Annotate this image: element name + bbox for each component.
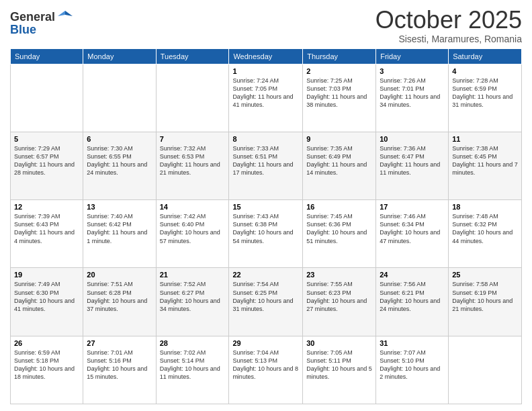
day-info: Sunrise: 7:48 AM Sunset: 6:32 PM Dayligh…	[452, 212, 518, 245]
day-number: 3	[380, 67, 445, 75]
day-info: Sunrise: 7:45 AM Sunset: 6:36 PM Dayligh…	[306, 212, 372, 245]
day-number: 4	[452, 67, 518, 75]
day-number: 1	[232, 67, 299, 75]
calendar-cell: 20Sunrise: 7:51 AM Sunset: 6:28 PM Dayli…	[83, 268, 156, 336]
day-number: 9	[306, 135, 372, 143]
day-number: 11	[452, 135, 518, 143]
svg-marker-1	[58, 11, 65, 16]
calendar-week-row: 12Sunrise: 7:39 AM Sunset: 6:43 PM Dayli…	[11, 200, 522, 268]
col-friday: Friday	[376, 48, 449, 64]
calendar-cell	[156, 64, 229, 132]
calendar-cell: 3Sunrise: 7:26 AM Sunset: 7:01 PM Daylig…	[376, 64, 449, 132]
calendar-cell: 22Sunrise: 7:54 AM Sunset: 6:25 PM Dayli…	[229, 268, 303, 336]
title-block: October 2025 Sisesti, Maramures, Romania	[375, 7, 522, 44]
day-info: Sunrise: 7:24 AM Sunset: 7:05 PM Dayligh…	[232, 77, 299, 109]
day-number: 18	[452, 203, 518, 211]
svg-marker-0	[65, 11, 73, 16]
calendar-cell: 1Sunrise: 7:24 AM Sunset: 7:05 PM Daylig…	[229, 64, 303, 132]
day-info: Sunrise: 7:25 AM Sunset: 7:03 PM Dayligh…	[306, 77, 372, 109]
calendar-cell: 6Sunrise: 7:30 AM Sunset: 6:55 PM Daylig…	[83, 132, 156, 199]
day-number: 5	[14, 135, 79, 143]
day-info: Sunrise: 7:36 AM Sunset: 6:47 PM Dayligh…	[380, 144, 445, 177]
header: General Blue October 2025 Sisesti, Maram…	[10, 7, 522, 44]
day-number: 15	[232, 203, 299, 211]
day-number: 30	[306, 339, 372, 347]
day-info: Sunrise: 7:33 AM Sunset: 6:51 PM Dayligh…	[232, 144, 299, 177]
logo-text: General Blue	[10, 9, 73, 37]
day-number: 28	[160, 339, 226, 347]
day-info: Sunrise: 7:32 AM Sunset: 6:53 PM Dayligh…	[160, 144, 226, 177]
day-number: 27	[87, 339, 152, 347]
day-number: 23	[306, 271, 372, 279]
day-number: 13	[87, 203, 152, 211]
calendar-cell: 26Sunrise: 6:59 AM Sunset: 5:18 PM Dayli…	[11, 336, 83, 404]
day-info: Sunrise: 7:02 AM Sunset: 5:14 PM Dayligh…	[160, 349, 226, 381]
calendar-week-row: 1Sunrise: 7:24 AM Sunset: 7:05 PM Daylig…	[11, 64, 522, 132]
calendar-cell: 28Sunrise: 7:02 AM Sunset: 5:14 PM Dayli…	[156, 336, 229, 404]
day-info: Sunrise: 6:59 AM Sunset: 5:18 PM Dayligh…	[14, 349, 79, 381]
day-info: Sunrise: 7:49 AM Sunset: 6:30 PM Dayligh…	[14, 280, 79, 313]
calendar-cell: 24Sunrise: 7:56 AM Sunset: 6:21 PM Dayli…	[376, 268, 449, 336]
day-number: 17	[380, 203, 445, 211]
calendar-cell: 23Sunrise: 7:55 AM Sunset: 6:23 PM Dayli…	[303, 268, 376, 336]
day-info: Sunrise: 7:43 AM Sunset: 6:38 PM Dayligh…	[232, 212, 299, 245]
calendar-cell: 5Sunrise: 7:29 AM Sunset: 6:57 PM Daylig…	[11, 132, 83, 199]
day-number: 7	[160, 135, 226, 143]
calendar-cell: 8Sunrise: 7:33 AM Sunset: 6:51 PM Daylig…	[229, 132, 303, 199]
day-info: Sunrise: 7:39 AM Sunset: 6:43 PM Dayligh…	[14, 212, 79, 245]
calendar-week-row: 26Sunrise: 6:59 AM Sunset: 5:18 PM Dayli…	[11, 336, 522, 404]
day-info: Sunrise: 7:01 AM Sunset: 5:16 PM Dayligh…	[87, 349, 152, 381]
day-info: Sunrise: 7:56 AM Sunset: 6:21 PM Dayligh…	[380, 280, 445, 313]
day-info: Sunrise: 7:05 AM Sunset: 5:11 PM Dayligh…	[306, 349, 372, 381]
day-info: Sunrise: 7:46 AM Sunset: 6:34 PM Dayligh…	[380, 212, 445, 245]
day-info: Sunrise: 7:35 AM Sunset: 6:49 PM Dayligh…	[306, 144, 372, 177]
calendar-cell	[449, 336, 522, 404]
day-number: 19	[14, 271, 79, 279]
col-sunday: Sunday	[11, 48, 83, 64]
day-info: Sunrise: 7:26 AM Sunset: 7:01 PM Dayligh…	[380, 77, 445, 109]
col-monday: Monday	[83, 48, 156, 64]
month-title: October 2025	[375, 7, 522, 34]
day-info: Sunrise: 7:54 AM Sunset: 6:25 PM Dayligh…	[232, 280, 299, 313]
day-info: Sunrise: 7:42 AM Sunset: 6:40 PM Dayligh…	[160, 212, 226, 245]
calendar-week-row: 19Sunrise: 7:49 AM Sunset: 6:30 PM Dayli…	[11, 268, 522, 336]
calendar-week-row: 5Sunrise: 7:29 AM Sunset: 6:57 PM Daylig…	[11, 132, 522, 199]
calendar-cell: 15Sunrise: 7:43 AM Sunset: 6:38 PM Dayli…	[229, 200, 303, 268]
calendar-cell: 16Sunrise: 7:45 AM Sunset: 6:36 PM Dayli…	[303, 200, 376, 268]
logo: General Blue	[10, 9, 73, 37]
day-number: 16	[306, 203, 372, 211]
calendar-cell: 19Sunrise: 7:49 AM Sunset: 6:30 PM Dayli…	[11, 268, 83, 336]
day-info: Sunrise: 7:07 AM Sunset: 5:10 PM Dayligh…	[380, 349, 445, 381]
calendar-cell: 2Sunrise: 7:25 AM Sunset: 7:03 PM Daylig…	[303, 64, 376, 132]
calendar-cell: 17Sunrise: 7:46 AM Sunset: 6:34 PM Dayli…	[376, 200, 449, 268]
col-thursday: Thursday	[303, 48, 376, 64]
calendar-cell: 18Sunrise: 7:48 AM Sunset: 6:32 PM Dayli…	[449, 200, 522, 268]
calendar-cell: 27Sunrise: 7:01 AM Sunset: 5:16 PM Dayli…	[83, 336, 156, 404]
calendar-cell: 10Sunrise: 7:36 AM Sunset: 6:47 PM Dayli…	[376, 132, 449, 199]
calendar-table: Sunday Monday Tuesday Wednesday Thursday…	[10, 48, 522, 404]
day-number: 26	[14, 339, 79, 347]
col-wednesday: Wednesday	[229, 48, 303, 64]
calendar-cell: 14Sunrise: 7:42 AM Sunset: 6:40 PM Dayli…	[156, 200, 229, 268]
page: General Blue October 2025 Sisesti, Maram…	[0, 0, 532, 411]
day-info: Sunrise: 7:40 AM Sunset: 6:42 PM Dayligh…	[87, 212, 152, 245]
calendar-cell: 12Sunrise: 7:39 AM Sunset: 6:43 PM Dayli…	[11, 200, 83, 268]
day-info: Sunrise: 7:29 AM Sunset: 6:57 PM Dayligh…	[14, 144, 79, 177]
day-info: Sunrise: 7:04 AM Sunset: 5:13 PM Dayligh…	[232, 349, 299, 381]
calendar-cell: 9Sunrise: 7:35 AM Sunset: 6:49 PM Daylig…	[303, 132, 376, 199]
calendar-cell: 13Sunrise: 7:40 AM Sunset: 6:42 PM Dayli…	[83, 200, 156, 268]
day-number: 2	[306, 67, 372, 75]
day-number: 10	[380, 135, 445, 143]
calendar-cell: 4Sunrise: 7:28 AM Sunset: 6:59 PM Daylig…	[449, 64, 522, 132]
logo-bird-icon	[58, 9, 73, 24]
calendar-cell: 29Sunrise: 7:04 AM Sunset: 5:13 PM Dayli…	[229, 336, 303, 404]
col-tuesday: Tuesday	[156, 48, 229, 64]
calendar-cell	[11, 64, 83, 132]
day-info: Sunrise: 7:30 AM Sunset: 6:55 PM Dayligh…	[87, 144, 152, 177]
logo-general: General	[10, 10, 55, 24]
day-number: 31	[380, 339, 445, 347]
day-info: Sunrise: 7:51 AM Sunset: 6:28 PM Dayligh…	[87, 280, 152, 313]
day-number: 21	[160, 271, 226, 279]
day-number: 29	[232, 339, 299, 347]
day-info: Sunrise: 7:52 AM Sunset: 6:27 PM Dayligh…	[160, 280, 226, 313]
